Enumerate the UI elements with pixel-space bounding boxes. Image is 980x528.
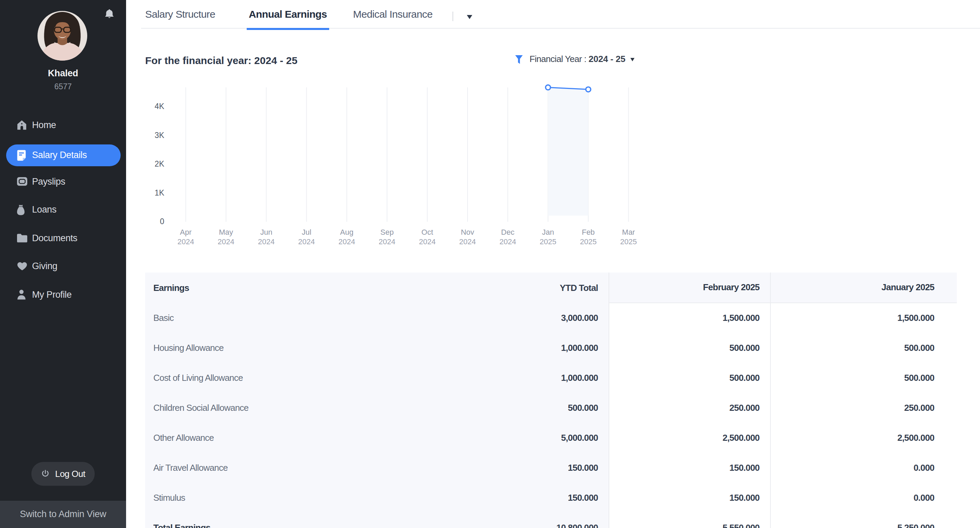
svg-text:2024: 2024 xyxy=(379,237,395,246)
svg-text:2024: 2024 xyxy=(338,237,355,246)
svg-text:2025: 2025 xyxy=(580,237,597,246)
svg-text:Oct: Oct xyxy=(422,228,433,236)
svg-text:1K: 1K xyxy=(155,188,165,197)
svg-text:4K: 4K xyxy=(155,102,165,111)
svg-text:2024: 2024 xyxy=(298,237,315,246)
svg-text:2024: 2024 xyxy=(419,237,436,246)
svg-text:Aug: Aug xyxy=(340,228,353,236)
svg-text:Nov: Nov xyxy=(461,228,474,236)
svg-text:2025: 2025 xyxy=(540,237,557,246)
svg-text:Apr: Apr xyxy=(180,228,191,236)
svg-text:2024: 2024 xyxy=(500,237,516,246)
svg-text:2024: 2024 xyxy=(459,237,476,246)
svg-text:Jun: Jun xyxy=(260,228,272,236)
svg-text:3K: 3K xyxy=(155,131,165,140)
svg-text:Dec: Dec xyxy=(501,228,514,236)
svg-text:Jan: Jan xyxy=(542,228,554,236)
svg-text:0: 0 xyxy=(160,217,164,226)
svg-text:2024: 2024 xyxy=(218,237,234,246)
svg-text:Feb: Feb xyxy=(582,228,595,236)
svg-text:2024: 2024 xyxy=(178,237,194,246)
svg-text:Sep: Sep xyxy=(380,228,394,236)
svg-text:Jul: Jul xyxy=(302,228,311,236)
svg-text:2024: 2024 xyxy=(258,237,275,246)
svg-text:Mar: Mar xyxy=(622,228,635,236)
svg-text:May: May xyxy=(219,228,234,236)
svg-text:2K: 2K xyxy=(155,159,165,168)
svg-text:2025: 2025 xyxy=(620,237,637,246)
